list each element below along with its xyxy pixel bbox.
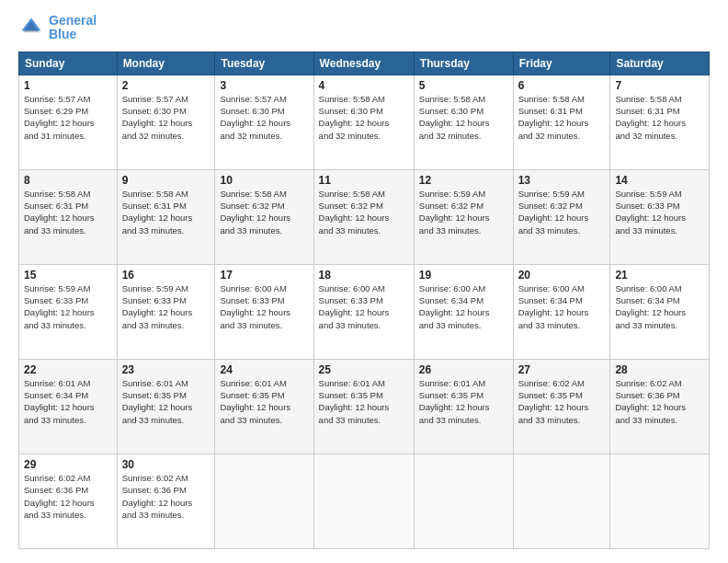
- day-info: Sunrise: 5:57 AM Sunset: 6:29 PM Dayligh…: [24, 93, 112, 142]
- week-row-5: 29Sunrise: 6:02 AM Sunset: 6:36 PM Dayli…: [19, 454, 710, 548]
- day-info: Sunrise: 5:59 AM Sunset: 6:33 PM Dayligh…: [122, 282, 210, 331]
- day-info: Sunrise: 5:58 AM Sunset: 6:30 PM Dayligh…: [419, 93, 508, 142]
- day-number: 27: [518, 363, 606, 376]
- day-cell: 26Sunrise: 6:01 AM Sunset: 6:35 PM Dayli…: [414, 359, 513, 454]
- day-cell: 9Sunrise: 5:58 AM Sunset: 6:31 PM Daylig…: [117, 169, 215, 264]
- day-number: 14: [615, 174, 704, 187]
- day-info: Sunrise: 5:58 AM Sunset: 6:31 PM Dayligh…: [518, 93, 606, 142]
- day-info: Sunrise: 6:02 AM Sunset: 6:36 PM Dayligh…: [24, 472, 112, 521]
- day-cell: 7Sunrise: 5:58 AM Sunset: 6:31 PM Daylig…: [610, 75, 710, 169]
- day-cell: 22Sunrise: 6:01 AM Sunset: 6:34 PM Dayli…: [19, 359, 118, 454]
- day-cell: 29Sunrise: 6:02 AM Sunset: 6:36 PM Dayli…: [19, 454, 118, 548]
- day-number: 25: [319, 363, 409, 376]
- day-cell: 30Sunrise: 6:02 AM Sunset: 6:36 PM Dayli…: [117, 454, 215, 548]
- column-header-thursday: Thursday: [414, 52, 513, 75]
- day-number: 22: [24, 363, 112, 376]
- day-cell: 11Sunrise: 5:58 AM Sunset: 6:32 PM Dayli…: [313, 169, 414, 264]
- day-cell: 16Sunrise: 5:59 AM Sunset: 6:33 PM Dayli…: [117, 264, 215, 359]
- day-cell: 14Sunrise: 5:59 AM Sunset: 6:33 PM Dayli…: [610, 169, 710, 264]
- day-cell: [513, 454, 610, 548]
- calendar-page: General Blue SundayMondayTuesdayWednesda…: [0, 0, 728, 563]
- week-row-3: 15Sunrise: 5:59 AM Sunset: 6:33 PM Dayli…: [19, 264, 710, 359]
- day-number: 2: [122, 79, 210, 92]
- day-info: Sunrise: 5:59 AM Sunset: 6:32 PM Dayligh…: [419, 188, 508, 236]
- day-info: Sunrise: 6:01 AM Sunset: 6:35 PM Dayligh…: [319, 377, 409, 426]
- day-cell: 10Sunrise: 5:58 AM Sunset: 6:32 PM Dayli…: [215, 169, 313, 264]
- day-info: Sunrise: 6:00 AM Sunset: 6:33 PM Dayligh…: [319, 282, 409, 331]
- day-info: Sunrise: 6:01 AM Sunset: 6:35 PM Dayligh…: [419, 377, 508, 426]
- day-number: 9: [122, 174, 210, 187]
- day-cell: 13Sunrise: 5:59 AM Sunset: 6:32 PM Dayli…: [513, 169, 610, 264]
- day-cell: 23Sunrise: 6:01 AM Sunset: 6:35 PM Dayli…: [117, 359, 215, 454]
- column-header-friday: Friday: [513, 52, 610, 75]
- day-number: 29: [24, 458, 112, 471]
- day-number: 30: [122, 458, 210, 471]
- day-info: Sunrise: 6:00 AM Sunset: 6:34 PM Dayligh…: [615, 282, 704, 331]
- day-cell: 18Sunrise: 6:00 AM Sunset: 6:33 PM Dayli…: [313, 264, 414, 359]
- day-info: Sunrise: 5:57 AM Sunset: 6:30 PM Dayligh…: [220, 93, 308, 142]
- week-row-1: 1Sunrise: 5:57 AM Sunset: 6:29 PM Daylig…: [19, 75, 710, 169]
- day-number: 17: [220, 269, 308, 282]
- day-cell: 24Sunrise: 6:01 AM Sunset: 6:35 PM Dayli…: [215, 359, 313, 454]
- day-cell: 3Sunrise: 5:57 AM Sunset: 6:30 PM Daylig…: [215, 75, 313, 169]
- day-cell: [313, 454, 414, 548]
- calendar-table: SundayMondayTuesdayWednesdayThursdayFrid…: [18, 52, 710, 549]
- day-number: 21: [615, 269, 704, 282]
- page-header: General Blue: [18, 14, 710, 42]
- day-number: 24: [220, 363, 308, 376]
- day-number: 26: [419, 363, 508, 376]
- day-info: Sunrise: 6:01 AM Sunset: 6:35 PM Dayligh…: [122, 377, 210, 426]
- week-row-4: 22Sunrise: 6:01 AM Sunset: 6:34 PM Dayli…: [19, 359, 710, 454]
- day-cell: 17Sunrise: 6:00 AM Sunset: 6:33 PM Dayli…: [215, 264, 313, 359]
- day-info: Sunrise: 5:58 AM Sunset: 6:31 PM Dayligh…: [122, 188, 210, 236]
- day-info: Sunrise: 5:59 AM Sunset: 6:32 PM Dayligh…: [518, 188, 606, 236]
- day-number: 11: [319, 174, 409, 187]
- day-number: 16: [122, 269, 210, 282]
- day-info: Sunrise: 6:00 AM Sunset: 6:34 PM Dayligh…: [518, 282, 606, 331]
- day-number: 8: [24, 174, 112, 187]
- column-header-wednesday: Wednesday: [313, 52, 414, 75]
- week-row-2: 8Sunrise: 5:58 AM Sunset: 6:31 PM Daylig…: [19, 169, 710, 264]
- day-cell: 8Sunrise: 5:58 AM Sunset: 6:31 PM Daylig…: [19, 169, 118, 264]
- logo: General Blue: [18, 14, 97, 42]
- day-number: 7: [615, 79, 704, 92]
- day-info: Sunrise: 5:59 AM Sunset: 6:33 PM Dayligh…: [615, 188, 704, 236]
- day-info: Sunrise: 5:59 AM Sunset: 6:33 PM Dayligh…: [24, 282, 112, 331]
- day-number: 23: [122, 363, 210, 376]
- day-cell: 21Sunrise: 6:00 AM Sunset: 6:34 PM Dayli…: [610, 264, 710, 359]
- day-number: 4: [319, 79, 409, 92]
- column-header-monday: Monday: [117, 52, 215, 75]
- day-info: Sunrise: 5:58 AM Sunset: 6:31 PM Dayligh…: [615, 93, 704, 142]
- logo-text: General Blue: [49, 14, 97, 42]
- day-cell: [414, 454, 513, 548]
- day-number: 5: [419, 79, 508, 92]
- day-cell: 28Sunrise: 6:02 AM Sunset: 6:36 PM Dayli…: [610, 359, 710, 454]
- day-cell: 6Sunrise: 5:58 AM Sunset: 6:31 PM Daylig…: [513, 75, 610, 169]
- day-cell: 4Sunrise: 5:58 AM Sunset: 6:30 PM Daylig…: [313, 75, 414, 169]
- day-number: 18: [319, 269, 409, 282]
- logo-icon: [18, 15, 44, 40]
- day-info: Sunrise: 6:00 AM Sunset: 6:34 PM Dayligh…: [419, 282, 508, 331]
- day-cell: 20Sunrise: 6:00 AM Sunset: 6:34 PM Dayli…: [513, 264, 610, 359]
- day-info: Sunrise: 5:57 AM Sunset: 6:30 PM Dayligh…: [122, 93, 210, 142]
- day-cell: [215, 454, 313, 548]
- day-info: Sunrise: 6:01 AM Sunset: 6:34 PM Dayligh…: [24, 377, 112, 426]
- day-number: 15: [24, 269, 112, 282]
- day-number: 6: [518, 79, 606, 92]
- day-info: Sunrise: 5:58 AM Sunset: 6:32 PM Dayligh…: [319, 188, 409, 236]
- column-header-sunday: Sunday: [19, 52, 118, 75]
- day-info: Sunrise: 6:02 AM Sunset: 6:36 PM Dayligh…: [615, 377, 704, 426]
- day-cell: 15Sunrise: 5:59 AM Sunset: 6:33 PM Dayli…: [19, 264, 118, 359]
- day-info: Sunrise: 5:58 AM Sunset: 6:30 PM Dayligh…: [319, 93, 409, 142]
- day-number: 13: [518, 174, 606, 187]
- day-cell: [610, 454, 710, 548]
- day-cell: 12Sunrise: 5:59 AM Sunset: 6:32 PM Dayli…: [414, 169, 513, 264]
- day-info: Sunrise: 6:01 AM Sunset: 6:35 PM Dayligh…: [220, 377, 308, 426]
- day-number: 19: [419, 269, 508, 282]
- day-number: 10: [220, 174, 308, 187]
- calendar-body: 1Sunrise: 5:57 AM Sunset: 6:29 PM Daylig…: [19, 75, 710, 548]
- day-number: 12: [419, 174, 508, 187]
- column-header-tuesday: Tuesday: [215, 52, 313, 75]
- day-cell: 5Sunrise: 5:58 AM Sunset: 6:30 PM Daylig…: [414, 75, 513, 169]
- day-number: 20: [518, 269, 606, 282]
